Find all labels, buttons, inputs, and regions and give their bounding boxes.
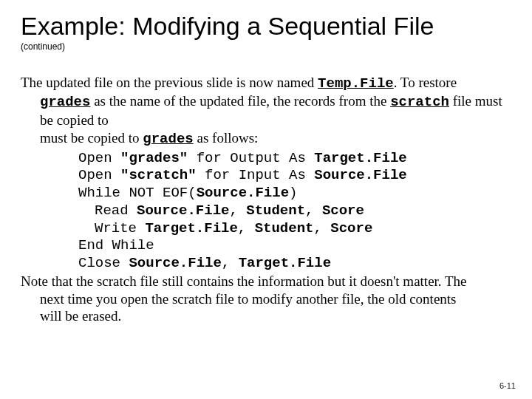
code-line: Open "scratch" for Input As Source.File — [78, 167, 511, 185]
code-ident: Source.File — [137, 202, 229, 219]
text: While NOT EOF( — [78, 185, 197, 201]
code-ident: Score — [322, 202, 364, 219]
text: for Output As — [188, 150, 314, 166]
text: The updated file on the previous slide i… — [21, 75, 318, 90]
code-literal: "scratch" — [120, 167, 197, 183]
code-ident: Student — [246, 202, 305, 219]
code-line: Read Source.File, Student, Score — [78, 202, 511, 220]
text: must be copied to — [40, 130, 143, 146]
text: , — [305, 202, 322, 219]
code-ident: Target.File — [239, 255, 331, 271]
text: , — [222, 255, 239, 271]
slide-title: Example: Modifying a Sequential File — [21, 13, 511, 40]
scratch-name: scratch — [390, 94, 449, 110]
code-line: While NOT EOF(Source.File) — [78, 185, 511, 202]
text: Open — [78, 167, 120, 183]
grades-name: grades — [143, 131, 193, 147]
slide-body: The updated file on the previous slide i… — [21, 74, 511, 326]
code-line: End While — [78, 237, 511, 255]
pseudocode-block: Open "grades" for Output As Target.File … — [21, 150, 511, 273]
code-ident: Target.File — [314, 150, 406, 166]
text: ) — [289, 185, 297, 201]
text: Close — [78, 255, 129, 271]
code-ident: Student — [255, 220, 314, 236]
code-line: Close Source.File, Target.File — [78, 255, 511, 273]
note-paragraph: Note that the scratch file still contain… — [21, 273, 511, 325]
text: as the name of the updated file, the rec… — [90, 93, 390, 109]
temp-file-name: Temp.File — [318, 75, 394, 92]
code-literal: "grades" — [120, 150, 188, 166]
code-ident: Score — [330, 220, 372, 236]
text: , — [313, 220, 330, 236]
text: Write — [95, 220, 145, 236]
slide-subtitle: (continued) — [21, 41, 511, 52]
code-ident: Source.File — [314, 167, 406, 183]
code-line: Write Target.File, Student, Score — [78, 220, 511, 238]
text: for Input As — [197, 167, 315, 183]
text: Open — [78, 150, 120, 166]
code-ident: Target.File — [145, 220, 237, 236]
code-line: Open "grades" for Output As Target.File — [78, 150, 511, 168]
text: as follows: — [194, 130, 259, 146]
slide: Example: Modifying a Sequential File (co… — [0, 0, 532, 399]
code-ident: Source.File — [129, 255, 221, 271]
text: Read — [95, 202, 137, 219]
slide-number: 6-11 — [499, 381, 516, 390]
code-ident: Source.File — [197, 185, 289, 201]
intro-paragraph: The updated file on the previous slide i… — [21, 74, 511, 149]
grades-name: grades — [40, 94, 90, 110]
text: next time you open the scratch file to m… — [40, 291, 457, 307]
text: will be erased. — [40, 308, 121, 324]
text: , — [238, 220, 255, 236]
text: , — [229, 202, 246, 219]
text: . To restore — [394, 75, 457, 90]
text: Note that the scratch file still contain… — [21, 273, 467, 289]
